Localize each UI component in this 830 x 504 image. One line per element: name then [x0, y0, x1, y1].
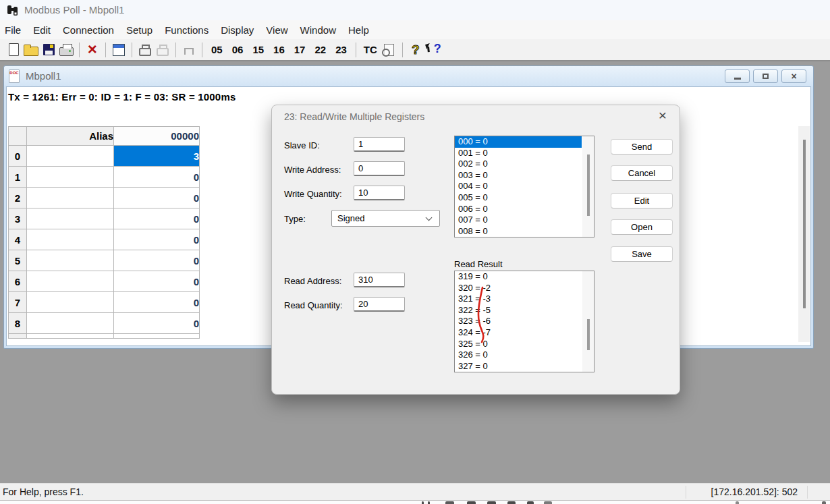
list-item[interactable]: 326 = 0	[455, 349, 582, 361]
value-cell[interactable]: 0	[114, 292, 200, 313]
menu-view[interactable]: View	[266, 24, 287, 36]
grid-corner-cell[interactable]	[9, 127, 27, 146]
taskbar-icon-sliver[interactable]	[527, 501, 534, 504]
communication-log-button[interactable]	[381, 40, 398, 59]
grid-header-alias[interactable]: Alias	[27, 127, 114, 146]
list-item[interactable]: 321 = -3	[455, 293, 582, 305]
row-header[interactable]: 7	[9, 292, 27, 313]
function-15-button[interactable]: 15	[248, 44, 269, 55]
connection-disabled-button[interactable]	[154, 40, 171, 59]
scrollbar-thumb[interactable]	[587, 319, 590, 350]
scrollbar-thumb[interactable]	[587, 155, 590, 216]
alias-cell[interactable]	[27, 167, 114, 188]
taskbar-icon-sliver[interactable]	[822, 501, 826, 504]
display-setup-button[interactable]	[110, 40, 128, 59]
value-cell-selected[interactable]: 3	[114, 146, 200, 167]
alias-cell[interactable]	[27, 271, 114, 292]
value-cell[interactable]: 0	[114, 313, 200, 334]
grid-header-address[interactable]: 00000	[114, 127, 200, 146]
save-button[interactable]	[40, 40, 57, 59]
menu-display[interactable]: Display	[221, 24, 254, 36]
new-file-button[interactable]	[5, 40, 22, 59]
alias-cell[interactable]	[27, 208, 114, 229]
row-header[interactable]: 8	[9, 313, 27, 334]
function-17-button[interactable]: 17	[289, 44, 310, 55]
row-header[interactable]: 3	[9, 208, 27, 229]
list-item[interactable]: 005 = 0	[455, 192, 582, 204]
alias-cell[interactable]	[27, 188, 114, 208]
help-button[interactable]: ?	[407, 40, 424, 59]
alias-cell[interactable]	[27, 146, 114, 167]
taskbar-icon-sliver[interactable]	[544, 501, 552, 504]
open-button[interactable]: Open	[611, 219, 673, 235]
row-header[interactable]: 4	[9, 229, 27, 250]
menu-file[interactable]: File	[5, 24, 21, 36]
row-header[interactable]: 1	[9, 167, 27, 188]
function-05-button[interactable]: 05	[206, 44, 227, 55]
connection-setup-button[interactable]	[136, 40, 154, 59]
function-16-button[interactable]: 16	[269, 44, 289, 55]
write-list-scrollbar[interactable]	[582, 136, 594, 237]
list-item[interactable]: 003 = 0	[455, 170, 582, 181]
alias-cell[interactable]	[27, 292, 114, 313]
list-item-selected[interactable]: 000 = 0	[455, 136, 582, 148]
value-cell[interactable]: 0	[114, 188, 200, 208]
child-minimize-button[interactable]	[725, 69, 750, 83]
value-cell[interactable]: 0	[114, 229, 200, 250]
list-item[interactable]: 322 = -5	[455, 305, 582, 316]
read-quantity-field[interactable]	[354, 297, 405, 312]
child-close-button[interactable]: ×	[781, 69, 806, 83]
function-06-button[interactable]: 06	[227, 44, 248, 55]
list-item[interactable]: 006 = 0	[455, 204, 582, 215]
write-values-listbox[interactable]: 000 = 0 001 = 0 002 = 0 003 = 0 004 = 0 …	[454, 136, 594, 237]
row-header[interactable]: 2	[9, 188, 27, 208]
open-file-button[interactable]	[22, 40, 40, 59]
read-address-field[interactable]	[354, 273, 405, 287]
value-cell[interactable]: 0	[114, 208, 200, 229]
value-cell[interactable]: 0	[114, 167, 200, 188]
read-result-listbox[interactable]: 319 = 0 320 = -2 321 = -3 322 = -5 323 =…	[454, 271, 594, 372]
function-23-button[interactable]: 23	[331, 44, 352, 55]
send-button[interactable]: Send	[611, 139, 673, 155]
list-item[interactable]: 325 = 0	[455, 339, 582, 350]
list-item[interactable]: 001 = 0	[455, 148, 582, 159]
menu-edit[interactable]: Edit	[33, 24, 51, 36]
value-cell[interactable]: 0	[114, 250, 200, 271]
row-header[interactable]: 0	[9, 146, 27, 167]
dialog-close-button[interactable]: ×	[655, 107, 670, 123]
function-22-button[interactable]: 22	[310, 44, 331, 55]
taskbar-icon-sliver[interactable]	[736, 501, 739, 504]
menu-window[interactable]: Window	[300, 24, 336, 36]
alias-cell[interactable]	[27, 313, 114, 334]
menu-setup[interactable]: Setup	[126, 24, 153, 36]
write-quantity-field[interactable]	[354, 186, 405, 200]
list-item[interactable]: 327 = 0	[455, 361, 582, 372]
menu-help[interactable]: Help	[348, 24, 369, 36]
disconnect-button[interactable]: ×	[84, 40, 101, 59]
taskbar-icon-sliver[interactable]	[422, 501, 424, 504]
list-item[interactable]: 004 = 0	[455, 181, 582, 192]
child-restore-button[interactable]	[753, 69, 778, 83]
slave-id-field[interactable]	[354, 137, 405, 152]
taskbar-icon-sliver[interactable]	[507, 501, 516, 504]
type-dropdown[interactable]: Signed	[331, 210, 440, 227]
print-button[interactable]	[57, 40, 75, 59]
context-help-button[interactable]: ?	[424, 40, 442, 59]
single-poll-button[interactable]	[180, 40, 198, 59]
row-header[interactable]: 6	[9, 271, 27, 292]
list-item[interactable]: 320 = -2	[455, 283, 582, 294]
taskbar-icon-sliver[interactable]	[445, 501, 454, 504]
edit-button[interactable]: Edit	[611, 193, 673, 208]
taskbar-icon-sliver[interactable]	[428, 501, 430, 504]
list-item[interactable]: 002 = 0	[455, 159, 582, 170]
menu-connection[interactable]: Connection	[63, 24, 114, 36]
test-center-button[interactable]: TC	[360, 44, 381, 55]
taskbar-icon-sliver[interactable]	[467, 501, 476, 504]
value-cell[interactable]: 0	[114, 271, 200, 292]
cancel-button[interactable]: Cancel	[611, 165, 673, 181]
scrollbar-thumb[interactable]	[803, 140, 806, 308]
child-titlebar[interactable]: DOC Mbpoll1 ×	[4, 66, 813, 86]
menu-functions[interactable]: Functions	[165, 24, 209, 36]
save-button[interactable]: Save	[611, 246, 673, 262]
grid-vertical-scrollbar[interactable]	[798, 126, 810, 342]
